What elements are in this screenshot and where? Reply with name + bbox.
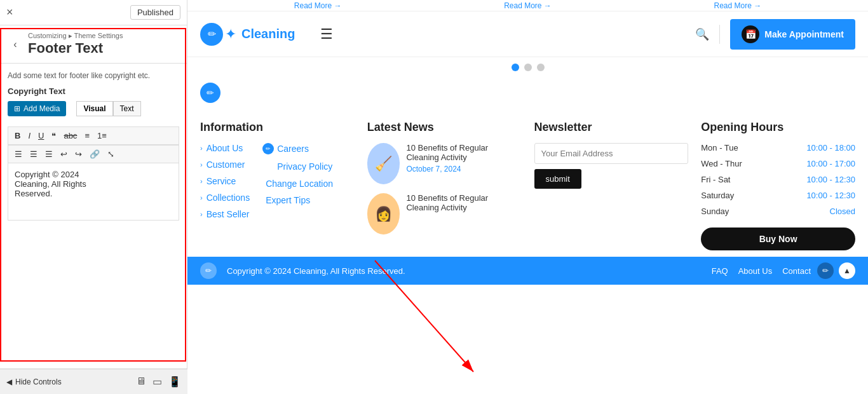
editor-toolbar-2: ☰ ☰ ☰ ↩ ↪ 🔗 ⤡ [8, 145, 179, 163]
hide-controls-button[interactable]: ◀ Hide Controls [6, 377, 62, 386]
navbar: ✏ ✦ Cleaning ☰ 🔍 📅 Make Appointment [187, 11, 868, 57]
undo-button[interactable]: ↩ [58, 148, 70, 160]
bottom-bar-icons: ✏ ▲ [817, 262, 855, 279]
news-thumb-1: 🧹 [367, 143, 400, 184]
ordered-list-button[interactable]: 1≡ [95, 130, 109, 142]
news-item-1: 🧹 10 Benefits of Regular Cleaning Activi… [367, 143, 522, 184]
privacy-icon [262, 161, 274, 172]
info-item-careers[interactable]: Careers [277, 144, 309, 154]
customizer-panel: × Published ‹ Customizing ▸ Theme Settin… [0, 0, 187, 394]
info-item-collections-label: Collections [207, 193, 250, 203]
buy-now-button[interactable]: Buy Now [701, 228, 855, 250]
hours-row-2: Wed - Thur 10:00 - 17:00 [701, 159, 855, 168]
align-center-button[interactable]: ☰ [27, 148, 40, 160]
info-item-location[interactable]: Change Location [266, 179, 333, 189]
breadcrumb-block: Customizing ▸ Theme Settings Footer Text [28, 32, 123, 57]
news-item-2: 👩 10 Benefits of Regular Cleaning Activi… [367, 193, 522, 234]
edit-icon-circle[interactable]: ✏ [817, 262, 834, 279]
read-more-link-2[interactable]: Read More → [504, 1, 552, 10]
bottom-links: FAQ About Us Contact [712, 266, 811, 276]
copyright-label: Copyright Text [8, 86, 179, 96]
editor-content-area[interactable]: Copyright © 2024Cleaning, All RightsRese… [8, 163, 179, 221]
info-item-about[interactable]: › About Us [200, 143, 250, 153]
list-button[interactable]: ≡ [82, 130, 92, 142]
newsletter-email-input[interactable] [534, 143, 689, 164]
info-item-service[interactable]: › Service [200, 176, 250, 186]
panel-body: Add some text for footer like copyright … [0, 64, 187, 394]
news-text-1: 10 Benefits of Regular Cleaning Activity… [406, 143, 521, 173]
read-more-link-1[interactable]: Read More → [294, 1, 342, 10]
chevron-icon: › [200, 144, 203, 152]
info-item-privacy[interactable]: Privacy Policy [277, 161, 332, 172]
italic-button[interactable]: I [25, 130, 33, 142]
copyright-text: Copyright © 2024 Cleaning, All Rights Re… [227, 266, 712, 276]
info-list-2: ✏ Careers Privacy Policy Change Location… [262, 143, 333, 226]
make-appointment-button[interactable]: 📅 Make Appointment [730, 19, 855, 50]
link-button[interactable]: 🔗 [87, 148, 102, 160]
top-bar: × Published [0, 0, 187, 25]
news-title-1: 10 Benefits of Regular Cleaning Activity [406, 143, 521, 162]
panel-header: ‹ Customizing ▸ Theme Settings Footer Te… [0, 25, 187, 64]
nav-separator [719, 25, 720, 44]
tab-visual[interactable]: Visual [76, 101, 112, 116]
careers-icon: ✏ [262, 143, 274, 154]
footer-columns: Information › About Us › Customer › Serv… [187, 108, 868, 250]
make-appt-label: Make Appointment [764, 29, 844, 39]
strikethrough-button[interactable]: abc [61, 130, 79, 142]
info-item-collections[interactable]: › Collections [200, 193, 250, 203]
info-item-bestseller-label: Best Seller [207, 209, 250, 219]
hours-closed-5: Closed [830, 207, 855, 216]
section-edit-pencil[interactable]: ✏ [200, 83, 220, 103]
add-media-button[interactable]: ⊞ Add Media [8, 101, 66, 116]
desktop-icon[interactable]: 🖥 [136, 376, 146, 388]
chevron-icon: › [200, 177, 203, 185]
align-right-button[interactable]: ☰ [43, 148, 55, 160]
align-left-button[interactable]: ☰ [12, 148, 25, 160]
chevron-icon: › [200, 210, 203, 218]
hours-title: Opening Hours [701, 121, 855, 134]
chevron-icon: › [200, 194, 203, 201]
mobile-icon[interactable]: 📱 [168, 376, 181, 388]
info-item-customer[interactable]: › Customer [200, 160, 250, 170]
hours-row-3: Fri - Sat 10:00 - 12:30 [701, 175, 855, 184]
quote-button[interactable]: ❝ [49, 130, 58, 142]
read-more-link-3[interactable]: Read More → [714, 1, 761, 10]
dot-2[interactable] [524, 64, 532, 71]
hours-time-1: 10:00 - 18:00 [806, 143, 855, 153]
footer-link-about[interactable]: About Us [738, 266, 772, 276]
underline-button[interactable]: U [36, 130, 46, 142]
news-text-2: 10 Benefits of Regular Cleaning Activity [406, 193, 521, 215]
dot-1[interactable] [512, 64, 519, 71]
bottom-pencil-icon[interactable]: ✏ [200, 262, 217, 279]
slider-dots [187, 57, 868, 78]
hamburger-icon[interactable]: ☰ [320, 26, 333, 43]
newsletter-col: Newsletter submit [534, 121, 689, 250]
bottom-bar: ✏ Copyright © 2024 Cleaning, All Rights … [187, 257, 868, 285]
editor-wrapper: B I U ❝ abc ≡ 1≡ ☰ ☰ ☰ ↩ ↪ 🔗 ⤡ Copyright… [8, 126, 179, 221]
footer-link-contact[interactable]: Contact [782, 266, 811, 276]
hours-time-3: 10:00 - 12:30 [806, 175, 855, 184]
bottom-controls: ◀ Hide Controls 🖥 ▭ 📱 [0, 369, 187, 394]
up-arrow-circle[interactable]: ▲ [839, 262, 855, 279]
published-badge: Published [130, 5, 180, 20]
footer-link-faq[interactable]: FAQ [712, 266, 728, 276]
tablet-icon[interactable]: ▭ [153, 376, 162, 388]
redo-button[interactable]: ↪ [72, 148, 85, 160]
hours-day-5: Sunday [701, 207, 729, 216]
calendar-icon: 📅 [742, 25, 759, 43]
back-arrow-icon[interactable]: ‹ [8, 37, 23, 52]
fullscreen-button[interactable]: ⤡ [105, 148, 117, 160]
news-col: Latest News 🧹 10 Benefits of Regular Cle… [367, 121, 522, 250]
editor-toolbar: B I U ❝ abc ≡ 1≡ [8, 126, 179, 145]
bold-button[interactable]: B [12, 130, 23, 142]
dot-3[interactable] [537, 64, 545, 71]
tab-text[interactable]: Text [113, 101, 141, 116]
newsletter-submit-button[interactable]: submit [534, 169, 581, 189]
search-icon[interactable]: 🔍 [695, 27, 709, 41]
close-icon[interactable]: × [6, 6, 13, 19]
hours-day-1: Mon - Tue [701, 143, 738, 153]
info-item-tips[interactable]: Expert Tips [266, 195, 310, 205]
news-title-2: 10 Benefits of Regular Cleaning Activity [406, 193, 521, 212]
panel-title: Footer Text [28, 40, 123, 57]
info-item-bestseller[interactable]: › Best Seller [200, 209, 250, 219]
